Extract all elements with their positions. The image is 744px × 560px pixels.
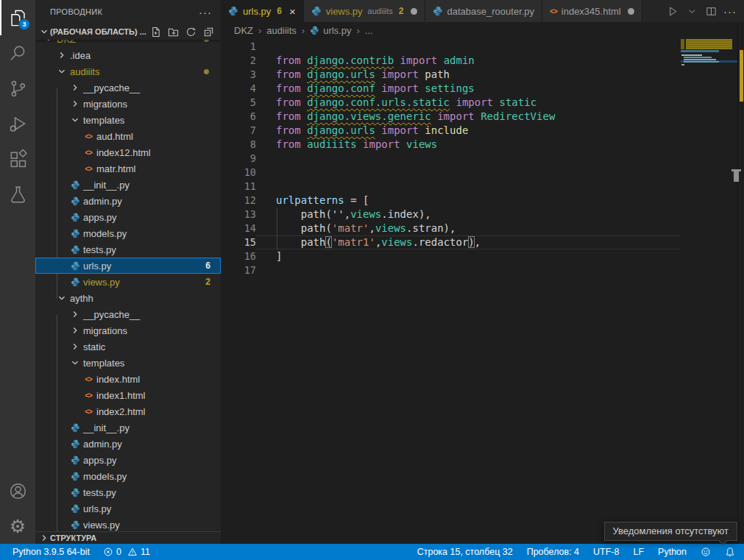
workspace-section-header[interactable]: (РАБОЧАЯ ОБЛАСТЬ) ... — [35, 24, 221, 40]
tree-file-apps-py[interactable]: apps.py — [35, 452, 221, 468]
code-line-6[interactable]: 6from django.views.generic import Redire… — [221, 110, 681, 124]
code-line-16[interactable]: 16] — [221, 249, 681, 263]
more-icon[interactable]: ··· — [722, 3, 738, 19]
code-line-7[interactable]: 7from django.urls import include — [221, 124, 681, 138]
code-line-10[interactable]: 10 — [221, 166, 681, 180]
tree-file-admin-py[interactable]: admin.py — [35, 193, 221, 209]
tree-file-aud-html[interactable]: <>aud.html — [35, 128, 221, 144]
collapse-all-icon[interactable] — [202, 25, 215, 38]
code-line-14[interactable]: 14 path('matr',views.stran), — [221, 221, 681, 235]
activity-explorer-button[interactable]: 3 — [0, 0, 35, 35]
code-line-2[interactable]: 2from django.contrib import admin — [221, 54, 681, 68]
activity-source-control-button[interactable] — [0, 71, 35, 106]
new-file-icon[interactable] — [149, 25, 162, 38]
new-folder-icon[interactable] — [166, 25, 180, 38]
code-line-3[interactable]: 3from django.urls import path — [221, 68, 681, 82]
breadcrumb-item[interactable]: DKZ — [234, 25, 253, 36]
sidebar-more-actions-icon[interactable]: ··· — [199, 6, 212, 18]
status-item[interactable]: UTF-8 — [593, 547, 619, 557]
problems-status[interactable]: 0 11 — [103, 547, 150, 557]
tree-folder--pycache-[interactable]: __pycache__ — [35, 79, 221, 96]
activity-search-button[interactable] — [0, 35, 35, 71]
tree-file-matr-html[interactable]: <>matr.html — [35, 160, 221, 177]
tree-folder-migrations[interactable]: migrations — [35, 96, 221, 112]
activity-extensions-button[interactable] — [0, 141, 35, 177]
code-line-1[interactable]: 1 — [221, 40, 681, 54]
breadcrumb-item[interactable]: urls.py — [310, 25, 351, 36]
tree-folder--pycache-[interactable]: __pycache__ — [35, 306, 221, 322]
tree-file-tests-py[interactable]: tests.py — [35, 241, 221, 258]
tree-file-index2-html[interactable]: <>index2.html — [35, 403, 221, 419]
tree-file-views-py[interactable]: views.py — [35, 517, 221, 531]
tree-file-tests-py[interactable]: tests.py — [35, 484, 221, 500]
unsaved-dot-icon[interactable] — [411, 8, 417, 15]
error-count: 0 — [116, 547, 121, 557]
tab-index345-html[interactable]: <>index345.html — [542, 0, 642, 22]
status-item[interactable]: LF — [633, 547, 644, 557]
status-item[interactable]: Строка 15, столбец 32 — [417, 547, 513, 557]
minimap[interactable] — [681, 38, 738, 544]
tree-folder-audiiits[interactable]: audiiits — [35, 63, 221, 79]
status-item[interactable]: Пробелов: 4 — [527, 547, 579, 557]
tree-file--init-py[interactable]: __init__.py — [35, 419, 221, 436]
activity-account-button[interactable] — [0, 473, 35, 508]
tree-folder-templates[interactable]: templates — [35, 355, 221, 371]
status-item[interactable]: Python — [658, 547, 687, 557]
activity-run-debug-button[interactable] — [0, 106, 35, 141]
code-line-8[interactable]: 8from audiiits import views — [221, 138, 681, 152]
minimap-warning-block — [686, 39, 732, 49]
scrollbar-thumb[interactable] — [734, 171, 739, 182]
tree-file-urls-py[interactable]: urls.py6 — [35, 258, 221, 274]
chevron-down-button[interactable] — [684, 3, 700, 19]
code-line-17[interactable]: 17 — [221, 263, 681, 277]
code-line-9[interactable]: 9 — [221, 152, 681, 166]
tree-file-admin-py[interactable]: admin.py — [35, 436, 221, 452]
code-line-4[interactable]: 4from django.conf import settings — [221, 82, 681, 96]
run-button[interactable] — [665, 3, 681, 19]
tree-folder-aythh[interactable]: aythh — [35, 290, 221, 306]
breadcrumb-item[interactable]: audiiits — [266, 25, 296, 36]
tree-file-index-html[interactable]: <>index.html — [35, 371, 221, 387]
code-line-12[interactable]: 12urlpatterns = [ — [221, 194, 681, 208]
unsaved-dot-icon[interactable] — [628, 8, 634, 15]
outline-section-header[interactable]: СТРУКТУРА — [35, 531, 221, 544]
tree-file--init-py[interactable]: __init__.py — [35, 177, 221, 193]
tree-folder-migrations[interactable]: migrations — [35, 322, 221, 339]
tree-folder-templates[interactable]: templates — [35, 112, 221, 128]
refresh-icon[interactable] — [184, 25, 197, 38]
tab-urls-py[interactable]: urls.py6× — [221, 0, 304, 22]
line-number: 10 — [221, 166, 256, 180]
split-editor-button[interactable] — [703, 3, 719, 19]
tab-database-roouter-py[interactable]: database_roouter.py — [425, 0, 543, 22]
tree-file-apps-py[interactable]: apps.py — [35, 209, 221, 225]
activity-settings-button[interactable]: ⚙ — [0, 508, 35, 544]
status-bell-button[interactable] — [725, 547, 735, 557]
tree-folder-dkz[interactable]: DKZ — [35, 40, 221, 47]
tree-file-urls-py[interactable]: urls.py — [35, 500, 221, 517]
tree-item-label: admin.py — [83, 439, 122, 450]
breadcrumb-label: audiiits — [266, 25, 296, 36]
code-line-11[interactable]: 11 — [221, 180, 681, 194]
code-line-15[interactable]: 15 path('matr1',views.redactor), — [221, 235, 681, 249]
code-editor[interactable]: 12from django.contrib import admin3from … — [221, 40, 681, 277]
tree-file-index12-html[interactable]: <>index12.html — [35, 144, 221, 160]
python-file-icon — [69, 454, 81, 466]
tree-file-index1-html[interactable]: <>index1.html — [35, 387, 221, 403]
close-icon[interactable]: × — [289, 6, 296, 17]
tree-file-models-py[interactable]: models.py — [35, 468, 221, 484]
gear-icon: ⚙ — [10, 517, 26, 536]
status-feedback-button[interactable] — [701, 547, 711, 557]
tree-item-label: __pycache__ — [83, 82, 140, 93]
code-line-5[interactable]: 5from django.conf.urls.static import sta… — [221, 96, 681, 110]
indent-guide — [277, 235, 277, 249]
activity-testing-button[interactable] — [0, 177, 35, 212]
code-line-13[interactable]: 13 path('',views.index), — [221, 208, 681, 221]
tab-views-py[interactable]: views.pyaudiiits2 — [304, 0, 425, 22]
tree-file-models-py[interactable]: models.py — [35, 225, 221, 241]
python-interpreter-status[interactable]: Python 3.9.5 64-bit — [13, 547, 90, 557]
tree-folder-static[interactable]: static — [35, 339, 221, 355]
line-number: 1 — [221, 40, 256, 54]
breadcrumb-item[interactable]: ... — [365, 25, 373, 36]
tree-folder--idea[interactable]: .idea — [35, 47, 221, 63]
tree-file-views-py[interactable]: views.py2 — [35, 274, 221, 290]
